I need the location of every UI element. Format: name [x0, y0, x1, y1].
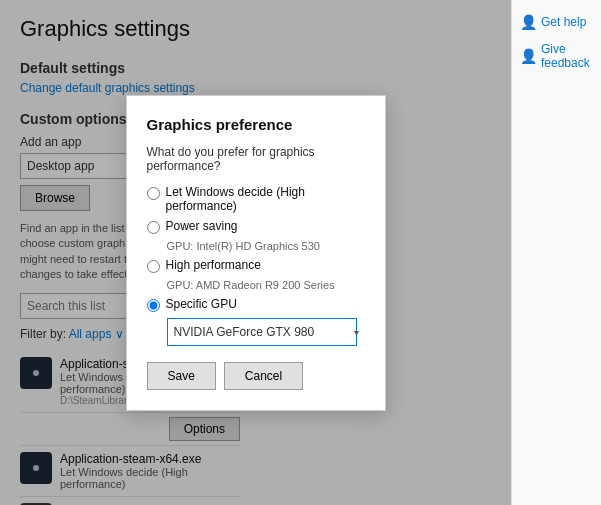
radio-option-specific: Specific GPU	[147, 297, 365, 312]
radio-windows-decide[interactable]	[147, 187, 160, 200]
radio-specific-gpu[interactable]	[147, 299, 160, 312]
modal-question: What do you prefer for graphics performa…	[147, 145, 365, 173]
modal-title: Graphics preference	[147, 116, 365, 133]
get-help-item[interactable]: 👤 Get help	[520, 14, 593, 30]
give-feedback-icon: 👤	[520, 48, 537, 64]
radio-power-saving[interactable]	[147, 221, 160, 234]
modal-save-button[interactable]: Save	[147, 362, 216, 390]
modal-box: Graphics preference What do you prefer f…	[126, 95, 386, 411]
main-content: Graphics settings Default settings Chang…	[0, 0, 511, 505]
specific-gpu-dropdown[interactable]: NVIDIA GeForce GTX 980 AMD Radeon R9 200…	[167, 318, 357, 346]
help-sidebar: 👤 Get help 👤 Give feedback	[511, 0, 601, 505]
radio-option-high: High performance	[147, 258, 365, 273]
radio-option-windows: Let Windows decide (High performance)	[147, 185, 365, 213]
radio-high-performance[interactable]	[147, 260, 160, 273]
radio-label-specific[interactable]: Specific GPU	[166, 297, 237, 311]
get-help-icon: 👤	[520, 14, 537, 30]
high-performance-sub: GPU: AMD Radeon R9 200 Series	[167, 279, 365, 291]
modal-overlay: Graphics preference What do you prefer f…	[0, 0, 511, 505]
give-feedback-label[interactable]: Give feedback	[541, 42, 593, 70]
specific-gpu-dropdown-wrapper: NVIDIA GeForce GTX 980 AMD Radeon R9 200…	[167, 318, 365, 346]
page: Graphics settings Default settings Chang…	[0, 0, 601, 505]
radio-label-power[interactable]: Power saving	[166, 219, 238, 233]
get-help-label[interactable]: Get help	[541, 15, 586, 29]
radio-label-high[interactable]: High performance	[166, 258, 261, 272]
modal-cancel-button[interactable]: Cancel	[224, 362, 303, 390]
give-feedback-item[interactable]: 👤 Give feedback	[520, 42, 593, 70]
modal-buttons: Save Cancel	[147, 362, 365, 390]
radio-option-power: Power saving	[147, 219, 365, 234]
radio-label-windows[interactable]: Let Windows decide (High performance)	[166, 185, 365, 213]
power-saving-sub: GPU: Intel(R) HD Graphics 530	[167, 240, 365, 252]
